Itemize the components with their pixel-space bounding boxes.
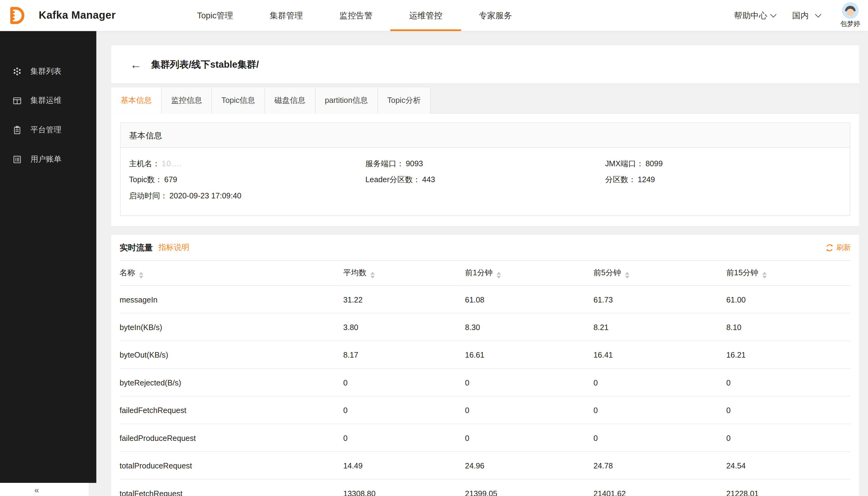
info-field: 主机名：10.... (129, 156, 365, 171)
main-content: ← 集群列表/线下stable集群/ 基本信息监控信息Topic信息磁盘信息pa… (96, 31, 868, 496)
nav-topic-management[interactable]: Topic管理 (197, 0, 233, 31)
info-field: Topic数：679 (129, 172, 365, 188)
metric-value-cell: 0 (465, 424, 594, 452)
sort-carets-icon[interactable] (762, 272, 767, 278)
table-row: totalFetchRequest13308.8021399.0521401.6… (120, 479, 851, 496)
tab-topic-analysis[interactable]: Topic分析 (378, 88, 431, 113)
metric-value-cell: 0 (594, 396, 726, 424)
metric-name-cell: byteRejected(B/s) (120, 369, 343, 396)
metric-value-cell: 8.17 (343, 341, 465, 368)
sort-carets-icon[interactable] (139, 272, 143, 278)
field-label: 启动时间： (129, 188, 168, 204)
table-row: totalProduceRequest14.4924.9624.7824.54 (120, 452, 851, 479)
field-value: 443 (422, 172, 435, 188)
metric-name-cell: byteIn(KB/s) (120, 313, 343, 341)
metric-value-cell: 0 (343, 396, 465, 424)
sort-asc-icon (370, 272, 375, 274)
table-row: failedFetchRequest0000 (120, 396, 851, 424)
table-header-col-last-15min[interactable]: 前15分钟 (726, 261, 851, 285)
app-title: Kafka Manager (39, 10, 116, 22)
region-select[interactable]: 国内 (792, 10, 820, 20)
sort-carets-icon[interactable] (625, 272, 629, 278)
column-label: 名称 (120, 268, 135, 277)
sidebar-item-label: 集群列表 (30, 66, 61, 76)
table-row: byteRejected(B/s)0000 (120, 369, 851, 396)
metrics-table: 名称平均数前1分钟前5分钟前15分钟 messageIn31.2261.0861… (120, 260, 851, 496)
user-menu[interactable]: 包梦婷 (840, 2, 861, 29)
metric-value-cell: 16.41 (594, 341, 726, 368)
metric-value-cell: 61.00 (726, 285, 851, 313)
sidebar-item-platform-management[interactable]: 平台管理 (0, 115, 96, 144)
metric-value-cell: 24.96 (465, 452, 594, 479)
platform-icon (12, 125, 22, 135)
refresh-button[interactable]: 刷新 (825, 243, 851, 252)
table-header-col-last-5min[interactable]: 前5分钟 (594, 261, 726, 285)
nav-monitor-alert[interactable]: 监控告警 (340, 0, 373, 31)
tab-topic-info[interactable]: Topic信息 (212, 88, 265, 113)
metric-value-cell: 0 (594, 369, 726, 396)
tab-monitor-info[interactable]: 监控信息 (162, 88, 212, 113)
sidebar-item-user-billing[interactable]: 用户账单 (0, 144, 96, 174)
info-field: JMX端口：8099 (605, 156, 850, 171)
sidebar-collapse-button[interactable]: « (0, 483, 89, 496)
table-body: messageIn31.2261.0861.7361.00byteIn(KB/s… (120, 285, 851, 496)
sort-desc-icon (625, 276, 629, 278)
table-header-col-average[interactable]: 平均数 (343, 261, 465, 285)
info-field: Leader分区数：443 (365, 172, 605, 188)
field-label: 服务端口： (365, 156, 404, 171)
table-header-col-name[interactable]: 名称 (120, 261, 343, 285)
cluster-icon (12, 66, 22, 76)
nav-expert-service[interactable]: 专家服务 (479, 0, 512, 31)
sort-carets-icon[interactable] (496, 272, 501, 278)
sidebar-item-cluster-ops[interactable]: 集群运维 (0, 86, 96, 115)
realtime-traffic-card: 实时流量 指标说明 刷新 (111, 235, 859, 496)
nav-ops-control[interactable]: 运维管控 (409, 0, 443, 31)
table-row: failedProduceRequest0000 (120, 424, 851, 452)
sort-carets-icon[interactable] (370, 272, 375, 278)
metric-name-cell: totalFetchRequest (120, 479, 343, 496)
info-field: 分区数：1249 (605, 172, 850, 188)
basic-info-panel: 基本信息 主机名：10....服务端口：9093JMX端口：8099Topic数… (120, 123, 850, 216)
sort-asc-icon (496, 272, 501, 274)
header-right: 帮助中心 国内 包梦婷 (734, 0, 860, 31)
column-label: 前1分钟 (465, 268, 492, 277)
metric-value-cell: 13308.80 (343, 479, 465, 496)
metric-value-cell: 61.73 (594, 285, 726, 313)
metrics-doc-link[interactable]: 指标说明 (158, 243, 189, 252)
column-label: 前15分钟 (726, 268, 758, 277)
tab-disk-info[interactable]: 磁盘信息 (265, 88, 316, 113)
detail-card: 基本信息监控信息Topic信息磁盘信息partition信息Topic分析 基本… (111, 88, 859, 226)
metric-value-cell: 3.80 (343, 313, 465, 341)
tab-partition-info[interactable]: partition信息 (315, 88, 378, 113)
field-value: 2020-09-23 17:09:40 (169, 188, 241, 204)
nav-cluster-management[interactable]: 集群管理 (270, 0, 303, 31)
field-label: Topic数： (129, 172, 162, 188)
back-button[interactable]: ← (130, 59, 142, 70)
tab-basic-info[interactable]: 基本信息 (111, 88, 162, 113)
table-header-col-last-1min[interactable]: 前1分钟 (465, 261, 594, 285)
sort-desc-icon (370, 276, 375, 278)
field-value: 8099 (646, 156, 663, 171)
table-row: messageIn31.2261.0861.7361.00 (120, 285, 851, 313)
realtime-header: 实时流量 指标说明 刷新 (120, 235, 851, 260)
sidebar-item-label: 用户账单 (30, 154, 61, 165)
metric-name-cell: failedProduceRequest (120, 424, 343, 452)
basic-info-fields: 主机名：10....服务端口：9093JMX端口：8099Topic数：679L… (121, 148, 850, 216)
metric-value-cell: 21401.62 (594, 479, 726, 496)
chevron-down-icon (770, 11, 776, 17)
help-center-menu[interactable]: 帮助中心 (734, 10, 776, 20)
metric-value-cell: 14.49 (343, 452, 465, 479)
app-logo-icon (5, 5, 27, 26)
help-center-label: 帮助中心 (734, 10, 767, 20)
top-nav: Topic管理集群管理监控告警运维管控专家服务 (197, 0, 512, 31)
metric-name-cell: failedFetchRequest (120, 396, 343, 424)
username: 包梦婷 (840, 19, 861, 29)
tab-bar: 基本信息监控信息Topic信息磁盘信息partition信息Topic分析 (111, 88, 859, 113)
metric-value-cell: 8.10 (726, 313, 851, 341)
sort-desc-icon (139, 276, 143, 278)
field-label: 主机名： (129, 156, 160, 171)
sidebar-item-cluster-list[interactable]: 集群列表 (0, 56, 96, 86)
field-value: 1249 (638, 172, 655, 188)
metric-value-cell: 31.22 (343, 285, 465, 313)
metric-value-cell: 8.21 (594, 313, 726, 341)
